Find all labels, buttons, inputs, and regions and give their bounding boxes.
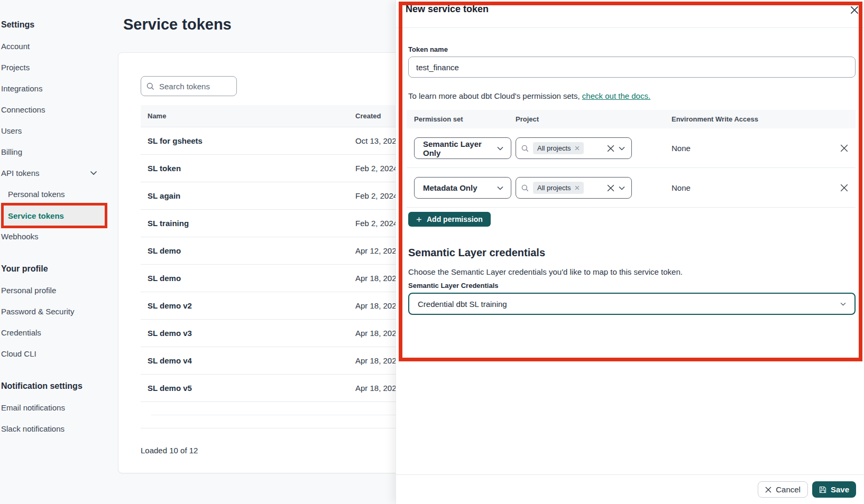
chevron-down-icon [497,186,503,190]
add-permission-button[interactable]: Add permission [408,212,491,227]
env-write-access-value: None [672,144,691,153]
project-multiselect[interactable]: All projects [516,177,632,199]
credentials-select-value: Credential dbt SL training [418,300,507,309]
token-name-cell: SL demo [141,274,355,283]
project-chip-label: All projects [537,144,571,152]
your-profile-heading: Your profile [0,258,111,279]
project-chip: All projects [533,182,584,194]
sidebar-item[interactable]: Projects [0,57,111,78]
permission-row: Metadata Only [407,168,856,208]
sidebar-item-webhooks[interactable]: Webhooks [0,226,111,247]
search-tokens-field [141,76,237,96]
permission-set-value: Semantic Layer Only [423,139,497,157]
save-button[interactable]: Save [812,481,856,498]
sidebar-item[interactable]: Account [0,35,111,57]
plus-icon [416,217,422,222]
chevron-down-icon [619,186,625,190]
sidebar-item[interactable]: Cloud CLI [0,343,111,364]
column-header-name: Name [141,112,355,120]
close-icon[interactable] [849,4,860,16]
new-service-token-drawer: New service token Token name To learn mo… [396,0,864,504]
semantic-layer-credentials-select[interactable]: Credential dbt SL training [408,293,856,315]
permission-set-value: Metadata Only [423,183,477,192]
remove-permission-icon[interactable] [840,184,848,192]
sidebar-profile-items: Personal profile Password & Security Cre… [0,279,111,364]
sidebar-item-personal-tokens[interactable]: Personal tokens [0,183,111,204]
env-write-access-value: None [672,183,691,192]
sidebar-item[interactable]: Personal profile [0,279,111,301]
drawer-header: New service token [396,0,864,28]
sidebar-service-tokens-wrap: Service tokens [0,204,111,226]
permission-set-select[interactable]: Semantic Layer Only [414,137,511,159]
semantic-layer-credentials-label: Semantic Layer Credentials [408,282,856,290]
chip-remove-icon[interactable] [575,146,580,151]
sidebar-main-items: Account Projects Integrations Connection… [0,35,111,162]
sidebar-item[interactable]: Password & Security [0,301,111,322]
drawer-body: Token name To learn more about dbt Cloud… [396,45,864,315]
docs-hint-text: To learn more about dbt Cloud's permissi… [408,91,582,100]
permission-set-select[interactable]: Metadata Only [414,177,511,199]
project-chip: All projects [533,142,584,154]
remove-permission-icon[interactable] [840,144,848,152]
sidebar-item[interactable]: Billing [0,141,111,162]
sidebar-section-gap [0,247,111,258]
token-name-cell: SL training [141,219,355,228]
column-header-env-write-access: Environment Write Access [672,115,832,123]
token-name-cell: SL for gsheets [141,136,355,145]
search-icon [146,82,154,90]
settings-sidebar: Settings Account Projects Integrations C… [0,0,111,504]
api-tokens-label: API tokens [1,169,40,178]
column-header-permission-set: Permission set [407,115,516,123]
sidebar-item-service-tokens[interactable]: Service tokens [4,206,105,226]
semantic-layer-credentials-heading: Semantic Layer credentials [408,247,856,259]
sidebar-item-api-tokens[interactable]: API tokens [0,162,111,183]
add-permission-label: Add permission [427,215,483,223]
token-name-input[interactable] [408,57,856,78]
project-chip-label: All projects [537,184,571,192]
sidebar-item[interactable]: Integrations [0,78,111,99]
docs-hint: To learn more about dbt Cloud's permissi… [408,91,856,100]
search-icon [521,184,529,192]
permission-table: Permission set Project Environment Write… [407,110,856,208]
docs-link[interactable]: check out the docs. [582,91,650,100]
cancel-label: Cancel [776,485,801,494]
token-name-cell: SL demo v5 [141,384,355,393]
column-header-project: Project [516,115,672,123]
sidebar-item[interactable]: Slack notifications [0,418,111,439]
sidebar-notification-items: Email notifications Slack notifications [0,397,111,439]
drawer-footer: Cancel Save [396,474,864,504]
project-multiselect[interactable]: All projects [516,137,632,159]
permission-row: Semantic Layer Only [407,128,856,168]
chevron-down-icon [497,146,503,151]
permission-table-header: Permission set Project Environment Write… [407,110,856,128]
permission-rows: Semantic Layer Only [407,128,856,208]
semantic-layer-credentials-description: Choose the Semantic Layer credentials yo… [408,267,856,276]
sidebar-item[interactable]: Credentials [0,322,111,343]
search-icon [521,145,529,152]
sidebar-item[interactable]: Connections [0,99,111,120]
token-name-cell: SL again [141,191,355,200]
save-icon [819,486,826,493]
clear-icon[interactable] [607,184,614,192]
search-input[interactable] [159,82,228,91]
chip-remove-icon[interactable] [575,185,580,190]
clear-icon[interactable] [607,145,614,152]
page-title: Service tokens [123,16,232,33]
close-icon [765,487,771,493]
sidebar-item[interactable]: Users [0,120,111,141]
sidebar-item[interactable]: Email notifications [0,397,111,418]
token-name-label: Token name [408,45,856,53]
drawer-title: New service token [406,4,856,15]
notification-settings-heading: Notification settings [0,376,111,397]
settings-heading: Settings [0,14,111,35]
token-name-cell: SL demo [141,246,355,255]
token-name-cell: SL demo v2 [141,301,355,310]
cancel-button[interactable]: Cancel [758,481,808,498]
service-tokens-label: Service tokens [8,211,64,220]
sidebar-section-gap [0,364,111,376]
chevron-down-icon [840,302,846,306]
token-name-cell: SL token [141,164,355,173]
chevron-down-icon [90,171,97,175]
save-label: Save [831,485,849,494]
token-name-cell: SL demo v4 [141,356,355,365]
